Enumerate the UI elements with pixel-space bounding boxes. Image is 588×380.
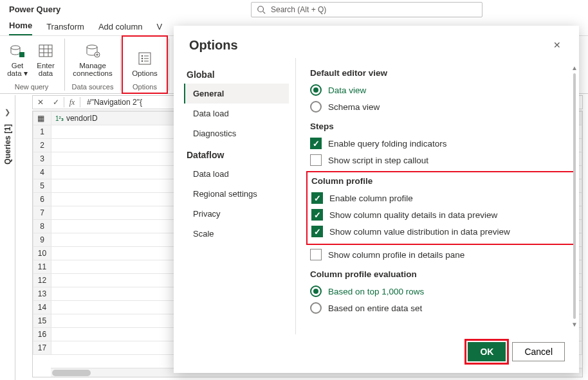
section-editor-view: Default editor view: [310, 68, 574, 78]
cancel-button[interactable]: Cancel: [512, 342, 565, 361]
formula-accept-icon[interactable]: ✓: [48, 98, 64, 107]
checkbox-details-pane[interactable]: [310, 249, 322, 260]
row-number: 14: [33, 301, 51, 314]
svg-rect-3: [19, 52, 24, 57]
close-icon[interactable]: ✕: [551, 37, 564, 53]
ok-button[interactable]: OK: [468, 342, 506, 361]
enter-data-label: Enterdata: [37, 62, 55, 78]
row-number: 16: [33, 328, 51, 341]
chevron-right-icon[interactable]: ❯: [5, 108, 10, 116]
enter-data-button[interactable]: Enterdata: [32, 40, 59, 80]
svg-line-1: [263, 12, 266, 14]
radio-schema-view[interactable]: [310, 101, 322, 113]
row-number: 12: [33, 274, 51, 287]
scroll-up-icon[interactable]: ▲: [571, 64, 578, 71]
svg-point-2: [11, 46, 20, 50]
queries-pane-collapsed[interactable]: ❯ Queries [1]: [0, 95, 15, 380]
row-number: 10: [33, 247, 51, 260]
column-profile-highlight: Column profile Enable column profile Sho…: [306, 171, 575, 245]
nav-item-data-load-global[interactable]: Data load: [184, 104, 289, 123]
label-top-1000: Based on top 1,000 rows: [328, 287, 424, 296]
nav-item-diagnostics[interactable]: Diagnostics: [184, 123, 289, 143]
label-enable-profile: Enable column profile: [329, 194, 413, 203]
options-icon: [136, 50, 154, 67]
group-new-query: New query: [0, 82, 63, 93]
group-data-sources: Data sources: [66, 82, 119, 93]
row-number: 7: [33, 206, 51, 220]
row-number: 17: [33, 341, 51, 355]
manage-connections-label: Manageconnections: [73, 62, 112, 78]
ok-highlight: OK: [468, 342, 506, 361]
tab-home[interactable]: Home: [9, 21, 32, 35]
nav-item-privacy[interactable]: Privacy: [184, 204, 289, 224]
row-number: 4: [33, 166, 51, 179]
dialog-scrollbar[interactable]: ▲ ▼: [571, 64, 578, 328]
fx-icon[interactable]: fx: [64, 98, 80, 107]
row-number: 2: [33, 139, 51, 152]
queries-label: Queries [1]: [3, 124, 12, 165]
checkbox-quality[interactable]: [311, 209, 323, 221]
svg-point-14: [142, 58, 143, 60]
tab-transform[interactable]: Transform: [46, 22, 84, 35]
table-corner-icon[interactable]: ▦: [33, 112, 51, 125]
checkbox-enable-profile[interactable]: [311, 192, 323, 204]
enter-data-icon: [37, 42, 55, 59]
row-number: 3: [33, 152, 51, 166]
checkbox-folding[interactable]: [310, 138, 322, 149]
section-steps: Steps: [310, 122, 574, 131]
checkbox-value-dist[interactable]: [311, 226, 323, 237]
get-data-button[interactable]: Getdata ▾: [4, 40, 31, 80]
svg-point-12: [142, 55, 143, 57]
svg-rect-4: [39, 45, 52, 57]
get-data-label: Getdata ▾: [7, 62, 28, 78]
options-dialog: Options ✕ Global General Data load Diagn…: [174, 26, 579, 373]
label-folding: Enable query folding indicators: [328, 139, 447, 149]
nav-item-general[interactable]: General: [184, 84, 289, 104]
radio-top-1000[interactable]: [310, 285, 322, 297]
radio-data-view[interactable]: [310, 84, 322, 96]
search-icon: [257, 5, 266, 14]
radio-entire[interactable]: [310, 302, 322, 314]
svg-point-0: [258, 6, 264, 12]
row-number: 11: [33, 260, 51, 274]
row-number: 15: [33, 314, 51, 328]
search-box[interactable]: Search (Alt + Q): [251, 2, 482, 17]
svg-point-16: [142, 60, 143, 62]
checkbox-script[interactable]: [310, 154, 322, 166]
row-number: 8: [33, 220, 51, 233]
tab-view[interactable]: V: [157, 22, 163, 35]
connections-icon: [84, 42, 102, 59]
formula-text[interactable]: #"Navigation 2"{: [80, 98, 142, 107]
tab-add-column[interactable]: Add column: [98, 22, 143, 35]
formula-cancel-icon[interactable]: ✕: [33, 98, 48, 107]
options-button[interactable]: Options: [127, 48, 162, 80]
row-number: 9: [33, 233, 51, 247]
label-schema-view: Schema view: [328, 102, 380, 112]
dialog-title: Options: [189, 38, 551, 53]
label-quality: Show column quality details in data prev…: [329, 210, 497, 220]
search-placeholder: Search (Alt + Q): [271, 5, 326, 14]
label-value-dist: Show column value distribution in data p…: [329, 227, 510, 237]
dialog-content: Default editor view Data view Schema vie…: [296, 58, 579, 334]
row-number: 6: [33, 193, 51, 206]
get-data-icon: [8, 42, 26, 59]
options-label: Options: [132, 69, 158, 78]
nav-heading-dataflow: Dataflow: [187, 150, 286, 160]
label-data-view: Data view: [328, 86, 366, 95]
group-options: Options: [124, 82, 166, 93]
label-entire: Based on entire data set: [328, 303, 422, 313]
nav-item-data-load-dataflow[interactable]: Data load: [184, 164, 289, 184]
scroll-down-icon[interactable]: ▼: [571, 321, 578, 328]
row-number: 13: [33, 287, 51, 301]
nav-heading-global: Global: [187, 69, 286, 80]
svg-point-9: [87, 45, 97, 49]
section-column-profile: Column profile: [311, 176, 570, 186]
row-number: 1: [33, 125, 51, 139]
label-script: Show script in step callout: [328, 156, 428, 165]
row-number: 5: [33, 179, 51, 193]
nav-item-regional[interactable]: Regional settings: [184, 184, 289, 204]
dialog-nav: Global General Data load Diagnostics Dat…: [174, 58, 296, 334]
label-details-pane: Show column profile in details pane: [328, 250, 464, 260]
nav-item-scale[interactable]: Scale: [184, 224, 289, 244]
manage-connections-button[interactable]: Manageconnections: [70, 40, 115, 80]
